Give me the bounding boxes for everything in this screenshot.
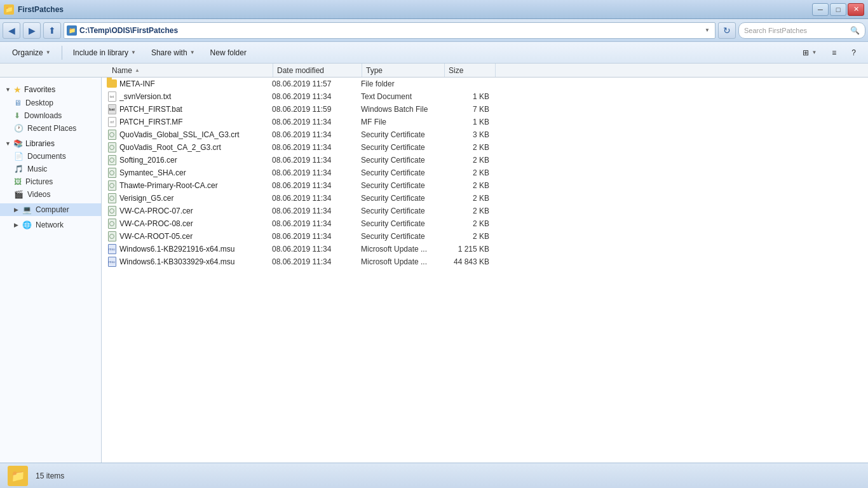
file-name-11: VW-CA-PROC-08.cer <box>119 219 272 228</box>
column-header-size[interactable]: Size <box>445 64 496 77</box>
file-date-8: 08.06.2019 11:34 <box>272 181 361 190</box>
sidebar-item-network[interactable]: ▶ 🌐 Network <box>0 219 101 231</box>
table-row[interactable]: msu Windows6.1-KB2921916-x64.msu 08.06.2… <box>102 243 868 255</box>
title-bar-controls: ─ □ ✕ <box>812 3 864 16</box>
file-name-10: VW-CA-PROC-07.cer <box>119 207 272 215</box>
file-size-1: 1 KB <box>444 92 494 101</box>
back-button[interactable]: ◀ <box>3 22 20 39</box>
title-bar: 📁 FirstPatches ─ □ ✕ <box>0 0 868 19</box>
search-placeholder: Search FirstPatches <box>744 27 847 34</box>
new-folder-button[interactable]: New folder <box>203 44 254 61</box>
computer-label: Computer <box>36 205 69 214</box>
file-type-14: Microsoft Update ... <box>361 257 444 266</box>
sidebar-item-documents[interactable]: 📄 Documents <box>0 150 101 163</box>
sort-indicator: ▲ <box>135 67 140 73</box>
file-type-5: Security Certificate <box>361 143 444 152</box>
sidebar-item-music[interactable]: 🎵 Music <box>0 163 101 175</box>
file-type-0: File folder <box>361 79 444 88</box>
sidebar-item-pictures[interactable]: 🖼 Pictures <box>0 175 101 188</box>
maximize-button[interactable]: □ <box>830 3 846 16</box>
file-icon-6 <box>107 155 117 165</box>
table-row[interactable]: VW-CA-PROC-07.cer 08.06.2019 11:34 Secur… <box>102 205 868 217</box>
file-name-4: QuoVadis_Global_SSL_ICA_G3.crt <box>119 130 272 139</box>
file-type-13: Microsoft Update ... <box>361 245 444 254</box>
file-date-10: 08.06.2019 11:34 <box>272 207 361 215</box>
table-row[interactable]: Symantec_SHA.cer 08.06.2019 11:34 Securi… <box>102 166 868 179</box>
file-type-4: Security Certificate <box>361 130 444 139</box>
favorites-star-icon: ★ <box>13 85 22 95</box>
sidebar-item-downloads[interactable]: ⬇ Downloads <box>0 109 101 122</box>
documents-icon: 📄 <box>14 152 24 161</box>
table-row[interactable]: bat PATCH_FIRST.bat 08.06.2019 11:59 Win… <box>102 103 868 116</box>
toolbar-separator-1 <box>62 46 62 60</box>
recent-places-icon: 🕐 <box>14 124 24 133</box>
details-icon: ≡ <box>832 48 836 57</box>
sidebar-favorites-section: ▼ ★ Favorites 🖥 Desktop ⬇ Downloads 🕐 Re… <box>0 83 101 135</box>
file-icon-14: msu <box>107 257 117 267</box>
share-with-button[interactable]: Share with ▼ <box>144 44 202 61</box>
title-bar-left: 📁 FirstPatches <box>4 4 64 15</box>
forward-button[interactable]: ▶ <box>23 22 41 39</box>
column-header-type[interactable]: Type <box>362 64 445 77</box>
favorites-chevron-icon: ▼ <box>5 86 11 93</box>
up-button[interactable]: ⬆ <box>43 22 61 39</box>
music-icon: 🎵 <box>14 165 24 173</box>
search-icon[interactable]: 🔍 <box>850 25 860 36</box>
help-icon: ? <box>851 48 856 57</box>
file-name-12: VW-CA-ROOT-05.cer <box>119 232 272 241</box>
sidebar: ▼ ★ Favorites 🖥 Desktop ⬇ Downloads 🕐 Re… <box>0 78 102 463</box>
sidebar-libraries-header[interactable]: ▼ 📚 Libraries <box>0 137 101 150</box>
search-bar[interactable]: Search FirstPatches 🔍 <box>738 22 865 39</box>
table-row[interactable]: txt _svnVersion.txt 08.06.2019 11:34 Tex… <box>102 90 868 103</box>
column-header-date[interactable]: Date modified <box>273 64 362 77</box>
organize-button[interactable]: Organize ▼ <box>5 44 58 61</box>
table-row[interactable]: QuoVadis_Root_CA_2_G3.crt 08.06.2019 11:… <box>102 141 868 154</box>
sidebar-item-recent-places[interactable]: 🕐 Recent Places <box>0 122 101 135</box>
file-size-10: 2 KB <box>444 207 494 215</box>
file-type-2: Windows Batch File <box>361 105 444 114</box>
file-name-5: QuoVadis_Root_CA_2_G3.crt <box>119 143 272 152</box>
toolbar: Organize ▼ Include in library ▼ Share wi… <box>0 42 868 64</box>
file-date-0: 08.06.2019 11:57 <box>272 79 361 88</box>
table-row[interactable]: VW-CA-PROC-08.cer 08.06.2019 11:34 Secur… <box>102 217 868 230</box>
videos-label: Videos <box>27 190 50 199</box>
table-row[interactable]: Thawte-Primary-Root-CA.cer 08.06.2019 11… <box>102 179 868 192</box>
downloads-icon: ⬇ <box>14 111 20 120</box>
libraries-chevron-icon: ▼ <box>5 140 11 147</box>
column-header-name[interactable]: Name ▲ <box>108 64 273 77</box>
file-size-11: 2 KB <box>444 219 494 228</box>
sidebar-item-videos[interactable]: 🎬 Videos <box>0 188 101 201</box>
address-text: C:\Temp\ODIS\FirstPatches <box>79 26 700 35</box>
sidebar-item-computer[interactable]: ▶ 💻 Computer <box>0 203 101 216</box>
close-button[interactable]: ✕ <box>848 3 864 16</box>
file-name-7: Symantec_SHA.cer <box>119 168 272 177</box>
table-row[interactable]: Softing_2016.cer 08.06.2019 11:34 Securi… <box>102 154 868 166</box>
table-row[interactable]: msu Windows6.1-KB3033929-x64.msu 08.06.2… <box>102 255 868 268</box>
file-list: META-INF 08.06.2019 11:57 File folder tx… <box>102 78 868 463</box>
sidebar-favorites-header[interactable]: ▼ ★ Favorites <box>0 83 101 97</box>
column-header-bar: Name ▲ Date modified Type Size <box>0 64 868 78</box>
minimize-button[interactable]: ─ <box>812 3 829 16</box>
sidebar-item-desktop[interactable]: 🖥 Desktop <box>0 97 101 109</box>
desktop-icon: 🖥 <box>14 98 22 107</box>
help-button[interactable]: ? <box>844 44 863 61</box>
status-folder-icon: 📁 <box>8 466 28 486</box>
file-size-5: 2 KB <box>444 143 494 152</box>
table-row[interactable]: META-INF 08.06.2019 11:57 File folder <box>102 78 868 90</box>
table-row[interactable]: VW-CA-ROOT-05.cer 08.06.2019 11:34 Secur… <box>102 230 868 243</box>
view-icon: ⊞ <box>803 48 809 57</box>
include-library-button[interactable]: Include in library ▼ <box>66 44 143 61</box>
file-icon-8 <box>107 180 117 191</box>
change-view-button[interactable]: ⊞ ▼ <box>796 44 824 61</box>
details-pane-button[interactable]: ≡ <box>825 44 843 61</box>
table-row[interactable]: QuoVadis_Global_SSL_ICA_G3.crt 08.06.201… <box>102 128 868 141</box>
table-row[interactable]: mf PATCH_FIRST.MF 08.06.2019 11:34 MF Fi… <box>102 116 868 128</box>
status-item-count: 15 items <box>36 471 64 480</box>
title-bar-title: FirstPatches <box>18 5 64 14</box>
address-dropdown-button[interactable]: ▼ <box>702 25 712 36</box>
refresh-button[interactable]: ↻ <box>718 22 736 39</box>
table-row[interactable]: Verisign_G5.cer 08.06.2019 11:34 Securit… <box>102 192 868 205</box>
file-name-8: Thawte-Primary-Root-CA.cer <box>119 181 272 190</box>
address-bar[interactable]: 📁 C:\Temp\ODIS\FirstPatches ▼ <box>64 22 715 39</box>
file-date-3: 08.06.2019 11:34 <box>272 118 361 126</box>
